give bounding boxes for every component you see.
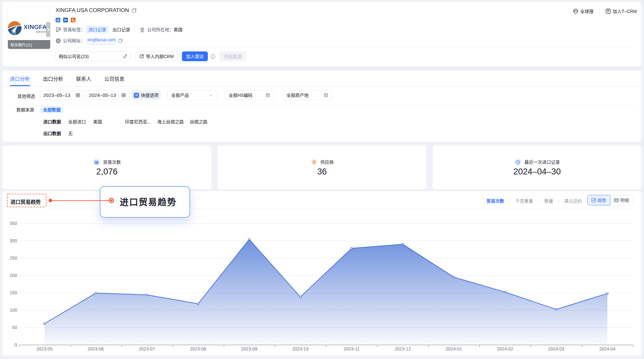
svg-text:350: 350 bbox=[10, 221, 17, 226]
svg-text:2023-09: 2023-09 bbox=[241, 346, 257, 351]
svg-text:2023-08: 2023-08 bbox=[190, 346, 206, 351]
svg-text:XINGFA: XINGFA bbox=[24, 24, 47, 30]
svg-text:300: 300 bbox=[10, 238, 17, 243]
svg-text:2024-01: 2024-01 bbox=[446, 346, 462, 351]
svg-text:2023-07: 2023-07 bbox=[139, 346, 155, 351]
svg-text:150: 150 bbox=[10, 290, 17, 295]
svg-text:2023-10: 2023-10 bbox=[292, 346, 309, 351]
svg-text:50: 50 bbox=[12, 325, 17, 330]
svg-text:2023-06: 2023-06 bbox=[87, 346, 104, 351]
svg-text:100: 100 bbox=[10, 308, 17, 313]
svg-text:0: 0 bbox=[15, 342, 17, 347]
svg-text:2024-02: 2024-02 bbox=[497, 346, 513, 351]
svg-text:250: 250 bbox=[10, 256, 17, 261]
svg-text:2023-11: 2023-11 bbox=[344, 346, 360, 351]
svg-text:2023-12: 2023-12 bbox=[394, 346, 411, 351]
svg-text:2024-04: 2024-04 bbox=[599, 346, 616, 351]
svg-text:2024-03: 2024-03 bbox=[548, 346, 564, 351]
svg-text:2023-05: 2023-05 bbox=[36, 346, 53, 351]
svg-text:200: 200 bbox=[10, 273, 17, 278]
